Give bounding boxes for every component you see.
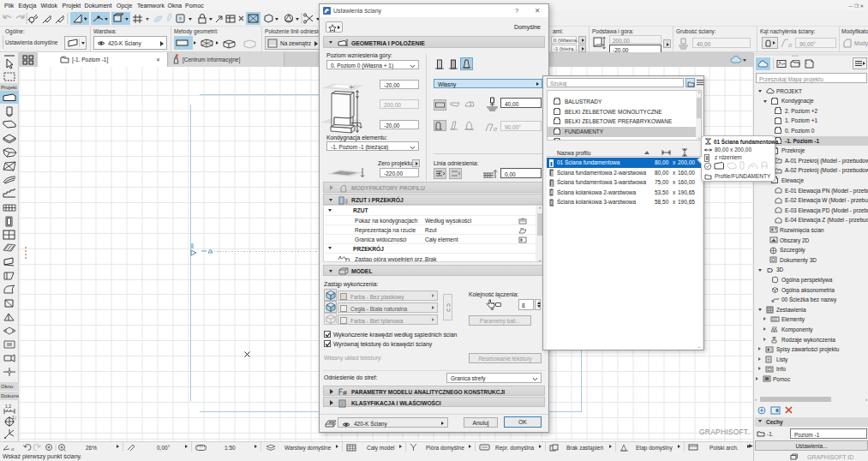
svg-text:α: α xyxy=(494,126,498,132)
svg-text:1,2: 1,2 xyxy=(5,404,11,409)
svg-text:α: α xyxy=(788,42,793,48)
svg-text:1,0: 1,0 xyxy=(12,416,16,420)
